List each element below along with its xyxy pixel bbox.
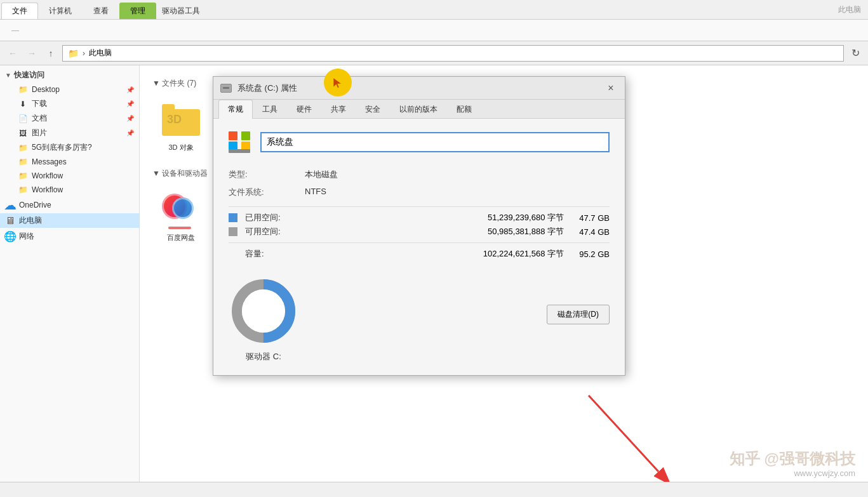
- sidebar-item-label: Workflow: [32, 185, 63, 194]
- status-bar: [0, 482, 868, 497]
- cleanup-button[interactable]: 磁盘清理(D): [547, 305, 610, 324]
- tab-computer[interactable]: 计算机: [38, 3, 83, 19]
- filesystem-label: 文件系统:: [229, 183, 292, 201]
- separator2: [229, 242, 610, 243]
- filesystem-row: 文件系统: NTFS: [229, 183, 610, 201]
- dialog-drive-icon: [220, 82, 232, 95]
- baidu-label: 百度网盘: [167, 233, 195, 242]
- watermark-text: 知乎 @强哥微科技: [730, 449, 855, 469]
- sidebar-item-label: Workflow: [32, 171, 63, 180]
- sidebar-item-onedrive[interactable]: ☁ OneDrive: [0, 198, 139, 212]
- folders-section-label: 文件夹 (7): [162, 79, 196, 88]
- used-bytes: 51,239,239,680 字节: [297, 212, 564, 223]
- onedrive-icon: ☁: [5, 200, 15, 210]
- watermark-subtext: www.ycwjzy.com: [794, 468, 855, 478]
- tab-this-pc-title: 此电脑: [831, 4, 868, 15]
- sidebar-item-workflow2[interactable]: 📁 Workflow: [0, 183, 139, 197]
- dialog-close-button[interactable]: ×: [603, 81, 618, 96]
- used-label: 已用空间:: [245, 212, 290, 223]
- donut-chart: [229, 276, 298, 346]
- used-gb: 47.7 GB: [571, 213, 610, 223]
- pictures-folder-icon: 🖼: [18, 128, 28, 138]
- back-button[interactable]: ←: [5, 46, 20, 61]
- tab-manage[interactable]: 管理: [119, 3, 156, 19]
- dialog-tab-previous-versions[interactable]: 以前的版本: [390, 100, 447, 119]
- quick-access-header[interactable]: ▼ 快速访问: [0, 68, 139, 83]
- sidebar-item-label: 图片: [32, 128, 47, 138]
- capacity-bytes: 102,224,621,568 字节: [297, 248, 564, 260]
- drive-label: 驱动器 C:: [246, 351, 281, 362]
- sidebar-item-label: Desktop: [32, 85, 60, 94]
- onedrive-label: OneDrive: [19, 201, 51, 209]
- pin-icon: 📌: [126, 115, 134, 122]
- pin-icon: 📌: [126, 129, 134, 136]
- sidebar-section-thispc: 🖥 此电脑: [0, 213, 139, 228]
- ribbon: 文件 计算机 查看 管理 驱动器工具 此电脑 —: [0, 0, 868, 41]
- sidebar-item-5g[interactable]: 📁 5G到底有多厉害?: [0, 140, 139, 155]
- used-space-row: 已用空间: 51,239,239,680 字节 47.7 GB: [229, 212, 610, 223]
- type-label: 类型:: [229, 166, 292, 183]
- windows-logo: [229, 131, 250, 153]
- capacity-row: 容量: 102,224,621,568 字节 95.2 GB: [229, 248, 610, 260]
- type-value: 本地磁盘: [292, 166, 610, 183]
- folder-3d-icon: 3D: [161, 100, 201, 140]
- free-gb: 47.4 GB: [571, 227, 610, 237]
- info-table: 类型: 本地磁盘 文件系统: NTFS: [229, 166, 610, 201]
- address-input[interactable]: 📁 › 此电脑: [62, 45, 844, 62]
- sidebar-item-label: 下载: [32, 98, 47, 109]
- red-arrow-indicator: [570, 383, 697, 482]
- capacity-gb: 95.2 GB: [571, 249, 610, 259]
- used-color-indicator: [229, 213, 237, 222]
- folder-3d[interactable]: 3D 3D 对象: [152, 96, 210, 156]
- sidebar: ▼ 快速访问 📁 Desktop 📌 ⬇ 下载 📌 📄 文档 📌: [0, 65, 140, 482]
- drive-header: [229, 131, 610, 153]
- disk-bottom: 驱动器 C: 磁盘清理(D): [229, 266, 610, 362]
- sidebar-item-pictures[interactable]: 🖼 图片 📌: [0, 126, 139, 140]
- properties-dialog: 系统盘 (C:) 属性 × 常规 工具 硬件 共享 安全 以前的版本 配额: [213, 76, 625, 376]
- folder-5g-icon: 📁: [18, 143, 28, 153]
- sidebar-item-messages[interactable]: 📁 Messages: [0, 155, 139, 169]
- sidebar-section-quick-access: ▼ 快速访问 📁 Desktop 📌 ⬇ 下载 📌 📄 文档 📌: [0, 68, 139, 197]
- tab-file[interactable]: 文件: [1, 3, 38, 19]
- sidebar-item-label: Messages: [32, 157, 67, 166]
- sidebar-item-thispc[interactable]: 🖥 此电脑: [0, 213, 139, 228]
- sidebar-item-documents[interactable]: 📄 文档 📌: [0, 111, 139, 126]
- drive-name-input[interactable]: [260, 132, 610, 152]
- sidebar-section-network: 🌐 网络: [0, 229, 139, 244]
- sidebar-item-downloads[interactable]: ⬇ 下载 📌: [0, 96, 139, 111]
- ribbon-content: —: [0, 19, 868, 41]
- sidebar-item-workflow1[interactable]: 📁 Workflow: [0, 169, 139, 183]
- free-color-indicator: [229, 227, 237, 236]
- forward-button[interactable]: →: [24, 46, 39, 61]
- free-space-row: 可用空间: 50,985,381,888 字节 47.4 GB: [229, 226, 610, 237]
- refresh-button[interactable]: ↻: [848, 46, 863, 61]
- thispc-label: 此电脑: [19, 215, 42, 226]
- dialog-tab-quota[interactable]: 配额: [447, 100, 481, 119]
- tab-view[interactable]: 查看: [83, 3, 119, 19]
- folder-workflow1-icon: 📁: [18, 171, 28, 181]
- sidebar-section-onedrive: ☁ OneDrive: [0, 198, 139, 212]
- chevron-icon: ▼: [5, 72, 11, 79]
- tab-drive-tools[interactable]: 驱动器工具: [156, 3, 211, 19]
- filesystem-value: NTFS: [292, 183, 610, 201]
- dialog-tab-hardware[interactable]: 硬件: [287, 100, 321, 119]
- sidebar-item-label: 5G到底有多厉害?: [32, 142, 92, 153]
- dialog-tab-tools[interactable]: 工具: [253, 100, 287, 119]
- up-button[interactable]: ↑: [43, 46, 58, 61]
- dialog-tab-general[interactable]: 常规: [218, 100, 253, 119]
- address-text: 此电脑: [89, 48, 112, 58]
- pin-icon: 📌: [126, 86, 134, 93]
- drive-baidu[interactable]: 百度网盘: [152, 187, 210, 246]
- free-label: 可用空间:: [245, 226, 290, 237]
- capacity-label: 容量:: [245, 248, 290, 260]
- network-icon: 🌐: [5, 232, 15, 242]
- sidebar-item-network[interactable]: 🌐 网络: [0, 229, 139, 244]
- dialog-tab-security[interactable]: 安全: [356, 100, 390, 119]
- dialog-tab-sharing[interactable]: 共享: [321, 100, 356, 119]
- address-bar: ← → ↑ 📁 › 此电脑 ↻: [0, 41, 868, 65]
- sidebar-item-desktop[interactable]: 📁 Desktop 📌: [0, 83, 139, 96]
- download-folder-icon: ⬇: [18, 99, 28, 109]
- baidu-icon: [161, 190, 201, 230]
- dialog-title-text: 系统盘 (C:) 属性: [237, 83, 603, 94]
- folder-icon: 📁: [18, 84, 28, 95]
